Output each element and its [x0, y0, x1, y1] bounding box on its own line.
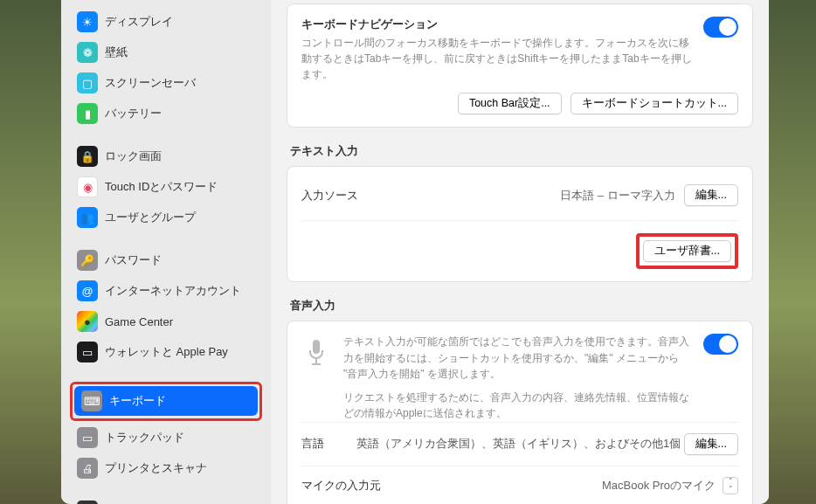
sidebar-item-users[interactable]: 👥 ユーザとグループ	[70, 203, 262, 232]
key-icon: 🔑	[77, 250, 98, 271]
sidebar-item-label: トラックパッド	[105, 430, 184, 445]
sidebar-item-keyboard[interactable]: ⌨ キーボード	[74, 386, 258, 416]
text-input-header: テキスト入力	[290, 143, 753, 159]
dictation-lang-value: 英語（アメリカ合衆国）、英語（イギリス）、およびその他1個	[354, 437, 684, 452]
sidebar-item-lockscreen[interactable]: 🔒 ロック画面	[70, 142, 262, 171]
mic-source-value: MacBook Proのマイク	[602, 478, 716, 494]
sidebar-item-label: スクリーンセーバ	[105, 75, 196, 91]
input-source-edit-button[interactable]: 編集...	[684, 184, 738, 206]
sun-icon: ☀	[77, 11, 98, 32]
sidebar-item-label: ディスプレイ	[105, 14, 173, 30]
flower-icon: ❁	[77, 42, 98, 63]
dictation-desc-2: リクエストを処理するために、音声入力の内容、連絡先情報、位置情報などの情報がAp…	[343, 390, 691, 422]
mic-source-stepper[interactable]: ˄ ˅	[723, 477, 738, 494]
sidebar-item-touchid[interactable]: ◉ Touch IDとパスワード	[70, 172, 262, 202]
screensaver-icon: ▢	[77, 72, 98, 93]
userdict-highlight: ユーザ辞書...	[636, 233, 738, 269]
sidebar-item-display[interactable]: ☀ ディスプレイ	[70, 7, 262, 37]
sidebar-item-battery[interactable]: ▮ バッテリー	[70, 99, 262, 128]
chevron-down-icon: ˅	[729, 486, 733, 494]
dictation-toggle[interactable]	[703, 334, 738, 355]
keyboard-icon: ⌨	[81, 390, 102, 411]
printer-icon: 🖨	[77, 458, 98, 479]
users-icon: 👥	[77, 207, 98, 228]
sidebar-item-internet-accounts[interactable]: @ インターネットアカウント	[70, 276, 262, 306]
user-dictionary-button[interactable]: ユーザ辞書...	[643, 240, 731, 262]
svg-rect-0	[313, 340, 320, 354]
kb-nav-toggle[interactable]	[703, 17, 738, 38]
sidebar-item-screensaver[interactable]: ▢ スクリーンセーバ	[70, 68, 262, 98]
sidebar: ☀ ディスプレイ ❁ 壁紙 ▢ スクリーンセーバ ▮ バッテリー 🔒 ロック画面…	[61, 0, 271, 504]
dictation-section: テキスト入力が可能な箇所ではどこでも音声入力を使用できます。音声入力を開始するに…	[287, 321, 753, 504]
dictation-lang-label: 言語	[301, 436, 354, 452]
sidebar-item-label: ロック画面	[105, 148, 162, 164]
keyboard-highlight: ⌨ キーボード	[70, 382, 262, 421]
sidebar-item-label: プリンタとスキャナ	[105, 460, 207, 476]
mic-source-label: マイクの入力元	[301, 478, 602, 494]
battery-icon: ▮	[77, 103, 98, 124]
kb-nav-title: キーボードナビゲーション	[301, 17, 693, 32]
dictation-header: 音声入力	[290, 298, 753, 314]
dictation-lang-edit-button[interactable]: 編集...	[684, 433, 738, 455]
touchbar-settings-button[interactable]: Touch Bar設定...	[458, 93, 562, 114]
wallet-icon: ▭	[77, 342, 98, 362]
microphone-icon	[301, 334, 331, 372]
dictation-desc-1: テキスト入力が可能な箇所ではどこでも音声入力を使用できます。音声入力を開始するに…	[343, 334, 691, 383]
tablet-icon: ✎	[77, 501, 98, 504]
sidebar-item-label: 壁紙	[105, 45, 128, 60]
input-source-value: 日本語 – ローマ字入力	[560, 188, 674, 204]
sidebar-item-label: バッテリー	[105, 106, 162, 121]
sidebar-item-wallet[interactable]: ▭ ウォレットと Apple Pay	[70, 337, 262, 367]
sidebar-item-printers[interactable]: 🖨 プリンタとスキャナ	[70, 453, 262, 483]
fingerprint-icon: ◉	[77, 176, 98, 197]
sidebar-item-label: ユーザとグループ	[105, 210, 196, 225]
content-pane: キーボードナビゲーション コントロール間のフォーカス移動をキーボードで操作します…	[271, 0, 769, 504]
text-input-section: 入力ソース 日本語 – ローマ字入力 編集... ユーザ辞書...	[287, 166, 753, 282]
sidebar-item-label: インターネットアカウント	[105, 283, 241, 299]
sidebar-item-trackpad[interactable]: ▭ トラックパッド	[70, 423, 262, 452]
sidebar-item-label: パスワード	[105, 252, 162, 268]
sidebar-item-label: Touch IDとパスワード	[105, 179, 218, 195]
sidebar-item-gamecenter[interactable]: ● Game Center	[70, 307, 262, 336]
input-source-label: 入力ソース	[301, 188, 358, 204]
trackpad-icon: ▭	[77, 427, 98, 448]
settings-window: ☀ ディスプレイ ❁ 壁紙 ▢ スクリーンセーバ ▮ バッテリー 🔒 ロック画面…	[61, 0, 769, 504]
sidebar-item-label: Game Center	[105, 315, 173, 328]
sidebar-item-wacom[interactable]: ✎ ワコム タブレット	[70, 496, 262, 504]
lock-icon: 🔒	[77, 146, 98, 167]
sidebar-item-wallpaper[interactable]: ❁ 壁紙	[70, 38, 262, 67]
kb-nav-desc: コントロール間のフォーカス移動をキーボードで操作します。フォーカスを次に移動する…	[301, 35, 693, 82]
gamecenter-icon: ●	[77, 311, 98, 332]
sidebar-item-passwords[interactable]: 🔑 パスワード	[70, 245, 262, 275]
sidebar-item-label: キーボード	[109, 393, 166, 409]
at-icon: @	[77, 280, 98, 301]
keyboard-nav-section: キーボードナビゲーション コントロール間のフォーカス移動をキーボードで操作します…	[287, 3, 753, 128]
sidebar-item-label: ウォレットと Apple Pay	[105, 344, 228, 360]
keyboard-shortcuts-button[interactable]: キーボードショートカット...	[571, 93, 738, 114]
